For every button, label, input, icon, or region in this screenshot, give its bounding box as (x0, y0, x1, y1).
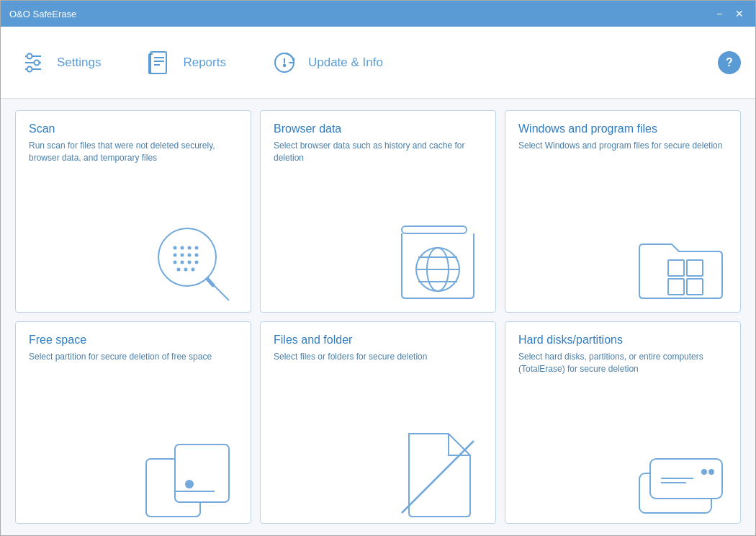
svg-point-33 (192, 268, 195, 272)
svg-line-18 (207, 279, 213, 285)
svg-point-19 (174, 246, 177, 250)
svg-rect-42 (668, 279, 684, 295)
svg-point-30 (195, 261, 199, 264)
svg-point-21 (188, 246, 192, 250)
svg-point-24 (181, 254, 184, 257)
freespace-illustration (135, 419, 251, 523)
svg-point-52 (708, 469, 714, 475)
harddisks-title: Hard disks/partitions (518, 334, 727, 347)
settings-label: Settings (57, 55, 101, 70)
svg-point-25 (188, 254, 192, 257)
svg-point-15 (284, 64, 285, 66)
svg-point-51 (701, 469, 707, 475)
freespace-title: Free space (29, 334, 238, 347)
freespace-desc: Select partition for secure deletion of … (29, 351, 238, 363)
scan-illustration (135, 208, 251, 312)
browser-card[interactable]: Browser data Select browser data such as… (260, 110, 496, 313)
scan-card[interactable]: Scan Run scan for files that were not de… (15, 110, 251, 313)
settings-nav[interactable]: Settings (18, 48, 101, 78)
svg-rect-40 (668, 260, 684, 276)
windows-card[interactable]: Windows and program files Select Windows… (505, 110, 741, 313)
windows-illustration (625, 208, 740, 312)
svg-point-31 (177, 268, 181, 272)
files-illustration (380, 419, 495, 523)
svg-line-48 (402, 441, 474, 513)
reports-label: Reports (183, 55, 226, 70)
browser-desc: Select browser data such as history and … (274, 140, 482, 164)
window-title: O&O SafeErase (9, 9, 76, 19)
cards-grid: Scan Run scan for files that were not de… (1, 99, 755, 535)
svg-point-28 (181, 261, 184, 264)
freespace-card[interactable]: Free space Select partition for secure d… (15, 321, 251, 524)
svg-rect-6 (150, 52, 166, 73)
files-title: Files and folder (274, 334, 482, 347)
toolbar: Settings Reports Update & Info (1, 27, 755, 99)
svg-rect-45 (175, 445, 229, 502)
harddisks-desc: Select hard disks, partitions, or entire… (518, 351, 727, 375)
help-button[interactable]: ? (718, 51, 741, 74)
svg-point-46 (185, 480, 194, 488)
update-icon (269, 48, 300, 78)
files-card[interactable]: Files and folder Select files or folders… (260, 321, 496, 524)
svg-point-5 (27, 66, 32, 71)
svg-point-32 (184, 268, 188, 272)
svg-point-20 (181, 246, 184, 250)
svg-point-3 (27, 53, 32, 58)
windows-desc: Select Windows and program files for sec… (518, 140, 727, 152)
svg-point-29 (188, 261, 192, 264)
main-window: O&O SafeErase − ✕ Settings (0, 0, 756, 536)
reports-icon (144, 48, 174, 78)
browser-illustration (380, 208, 495, 312)
close-button[interactable]: ✕ (732, 6, 747, 21)
svg-point-27 (174, 261, 177, 264)
windows-title: Windows and program files (518, 122, 727, 135)
window-controls: − ✕ (712, 6, 747, 21)
title-bar: O&O SafeErase − ✕ (1, 1, 755, 27)
svg-point-26 (195, 254, 199, 257)
minimize-button[interactable]: − (712, 6, 726, 21)
harddisks-card[interactable]: Hard disks/partitions Select hard disks,… (505, 321, 741, 524)
update-label: Update & Info (308, 55, 383, 70)
settings-icon (18, 48, 48, 78)
scan-title: Scan (29, 122, 238, 135)
svg-rect-41 (687, 260, 703, 276)
svg-point-22 (195, 246, 199, 250)
svg-rect-43 (687, 279, 703, 295)
scan-desc: Run scan for files that were not deleted… (29, 140, 238, 164)
update-nav[interactable]: Update & Info (269, 48, 383, 78)
reports-nav[interactable]: Reports (144, 48, 226, 78)
harddisks-illustration (625, 419, 740, 523)
browser-title: Browser data (274, 122, 482, 135)
files-desc: Select files or folders for secure delet… (274, 351, 482, 363)
svg-point-4 (35, 60, 40, 65)
svg-rect-34 (402, 226, 467, 233)
svg-point-23 (174, 254, 177, 257)
